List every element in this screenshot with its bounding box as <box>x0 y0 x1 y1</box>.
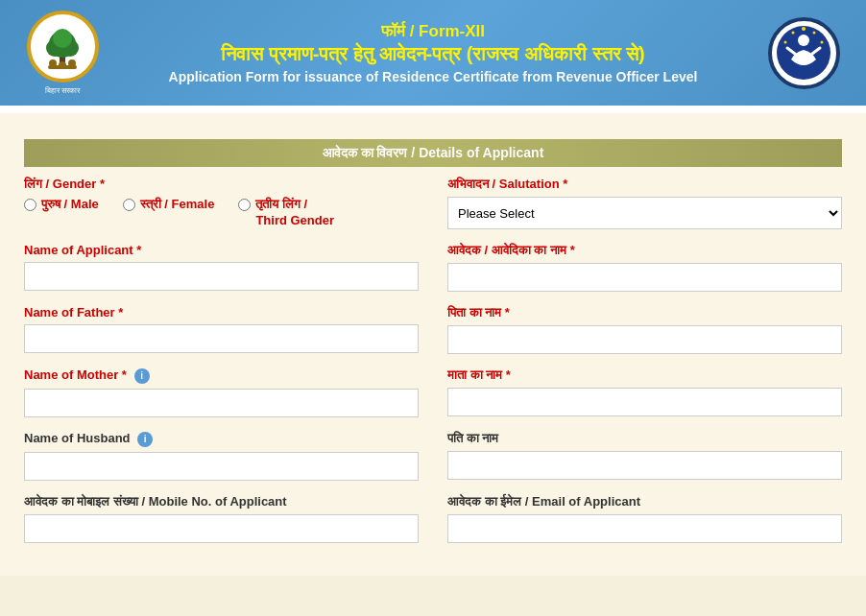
svg-rect-8 <box>48 65 77 69</box>
form-number-label: फॉर्म / Form-XII <box>106 22 760 41</box>
form-container: आवेदक का विवरण / Details of Applicant लि… <box>0 113 866 576</box>
father-name-en-input[interactable] <box>24 324 419 353</box>
husband-name-en-label: Name of Husband i <box>24 431 419 447</box>
gender-options: पुरुष / Male स्त्री / Female तृतीय लिंग … <box>24 197 419 229</box>
svg-point-13 <box>802 27 806 31</box>
mother-name-row: Name of Mother * i माता का नाम * <box>24 367 842 417</box>
svg-point-15 <box>813 32 816 35</box>
mobile-col: आवेदक का मोबाइल संख्या / Mobile No. of A… <box>24 494 419 543</box>
gender-third-option[interactable]: तृतीय लिंग / Third Gender <box>238 197 334 229</box>
applicant-name-hi-input[interactable] <box>447 263 842 292</box>
applicant-name-row: Name of Applicant * आवेदक / आवेदिका का न… <box>24 243 842 292</box>
bihar-sarkar-logo <box>27 11 99 83</box>
right-logo-area <box>760 17 847 89</box>
father-name-row: Name of Father * पिता का नाम * <box>24 305 842 354</box>
gender-col: लिंग / Gender * पुरुष / Male स्त्री / Fe… <box>24 177 419 229</box>
left-logo-area: बिहार सरकार <box>19 11 106 96</box>
header-gap <box>0 106 866 113</box>
gender-male-option[interactable]: पुरुष / Male <box>24 197 99 212</box>
husband-info-icon[interactable]: i <box>137 432 153 447</box>
salutation-label: अभिवादन / Salutation * <box>447 177 842 192</box>
mobile-label: आवेदक का मोबाइल संख्या / Mobile No. of A… <box>24 494 419 509</box>
email-label: आवेदक का ईमेल / Email of Applicant <box>447 494 842 509</box>
applicant-name-hi-label: आवेदक / आवेदिका का नाम * <box>447 243 842 258</box>
gender-male-radio[interactable] <box>24 199 36 211</box>
father-name-en-label: Name of Father * <box>24 305 419 320</box>
gender-female-label: स्त्री / Female <box>140 197 215 212</box>
svg-point-14 <box>792 32 795 35</box>
header-center: फॉर्म / Form-XII निवास प्रमाण-पत्र हेतु … <box>106 22 760 84</box>
father-name-en-col: Name of Father * <box>24 305 419 354</box>
email-col: आवेदक का ईमेल / Email of Applicant <box>447 494 842 543</box>
father-name-hi-input[interactable] <box>447 325 842 354</box>
gender-female-option[interactable]: स्त्री / Female <box>123 197 215 212</box>
salutation-select[interactable]: Please Select श्री / Mr. श्रीमती / Mrs. … <box>447 197 842 229</box>
mother-name-hi-col: माता का नाम * <box>447 367 842 417</box>
gender-male-label: पुरुष / Male <box>41 197 99 212</box>
mother-name-hi-input[interactable] <box>447 388 842 416</box>
svg-point-16 <box>784 41 787 44</box>
bihar-logo-svg <box>34 17 91 75</box>
applicant-name-hi-col: आवेदक / आवेदिका का नाम * <box>447 243 842 292</box>
gender-salutation-row: लिंग / Gender * पुरुष / Male स्त्री / Fe… <box>24 177 842 229</box>
gender-third-radio[interactable] <box>238 199 251 211</box>
husband-name-en-col: Name of Husband i <box>24 431 419 481</box>
emblem-svg <box>774 23 833 83</box>
applicant-name-en-label: Name of Applicant * <box>24 243 419 257</box>
gender-female-radio[interactable] <box>123 199 135 211</box>
father-name-hi-label: पिता का नाम * <box>447 305 842 320</box>
applicant-name-en-col: Name of Applicant * <box>24 243 419 292</box>
email-input[interactable] <box>447 514 842 543</box>
page-header: बिहार सरकार फॉर्म / Form-XII निवास प्रमा… <box>0 0 866 106</box>
husband-name-en-input[interactable] <box>24 452 419 481</box>
applicant-name-en-input[interactable] <box>24 262 419 291</box>
mobile-email-row: आवेदक का मोबाइल संख्या / Mobile No. of A… <box>24 494 842 543</box>
state-emblem-logo <box>768 17 840 89</box>
father-name-hi-col: पिता का नाम * <box>447 305 842 354</box>
gender-label: लिंग / Gender * <box>24 177 419 192</box>
mobile-input[interactable] <box>24 514 419 543</box>
form-title-english: Application Form for issuance of Residen… <box>106 69 760 84</box>
husband-name-hi-col: पति का नाम <box>447 431 842 481</box>
mother-info-icon[interactable]: i <box>134 368 150 384</box>
bihar-sarkar-text: बिहार सरकार <box>45 86 80 96</box>
form-title-hindi: निवास प्रमाण-पत्र हेतु आवेदन-पत्र (राजस्… <box>106 43 760 65</box>
husband-name-row: Name of Husband i पति का नाम <box>24 431 842 481</box>
husband-name-hi-label: पति का नाम <box>447 431 842 446</box>
mother-name-en-label: Name of Mother * i <box>24 367 419 384</box>
mother-name-hi-label: माता का नाम * <box>447 367 842 383</box>
svg-point-17 <box>821 41 824 44</box>
mother-name-en-input[interactable] <box>24 389 419 417</box>
svg-point-10 <box>798 35 809 46</box>
salutation-col: अभिवादन / Salutation * Please Select श्र… <box>447 177 842 229</box>
section-header: आवेदक का विवरण / Details of Applicant <box>24 139 842 167</box>
gender-third-label: तृतीय लिंग / Third Gender <box>255 197 334 229</box>
svg-point-4 <box>53 29 72 48</box>
mother-name-en-col: Name of Mother * i <box>24 367 419 417</box>
husband-name-hi-input[interactable] <box>447 451 842 480</box>
